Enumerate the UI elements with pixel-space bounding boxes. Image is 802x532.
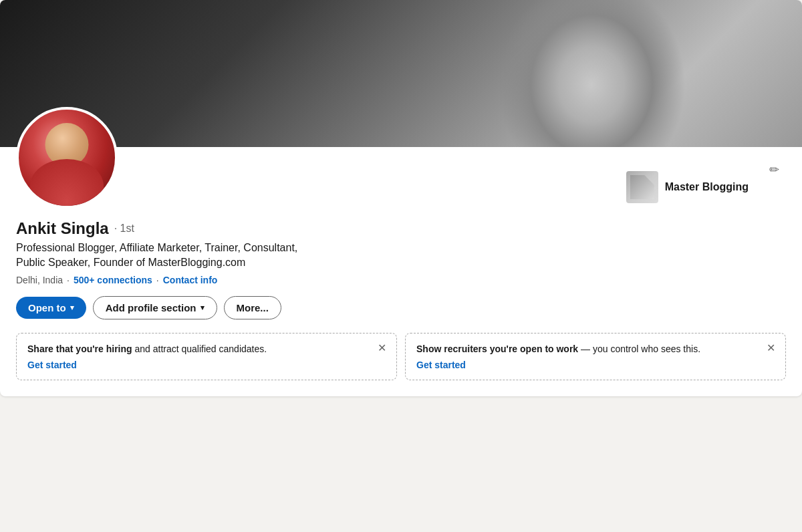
- banner-photo: [408, 0, 742, 147]
- company-name: Master Blogging: [665, 181, 749, 193]
- more-label: More...: [237, 302, 269, 313]
- add-profile-section-button[interactable]: Add profile section ▾: [93, 296, 217, 319]
- promo-open-to-work-text: Show recruiters you're open to work — yo…: [416, 343, 775, 356]
- close-open-to-work-promo-button[interactable]: ✕: [763, 340, 779, 356]
- contact-info-link[interactable]: Contact info: [163, 275, 218, 285]
- avatar: [16, 107, 118, 209]
- profile-location: Delhi, India · 500+ connections · Contac…: [16, 275, 786, 285]
- close-icon: ✕: [767, 342, 775, 354]
- open-to-work-get-started-link[interactable]: Get started: [416, 360, 775, 370]
- location-text: Delhi, India: [16, 275, 63, 285]
- promo-hiring-regular: and attract qualified candidates.: [132, 344, 267, 354]
- hiring-get-started-link[interactable]: Get started: [27, 360, 386, 370]
- banner: [0, 0, 802, 147]
- promo-cards: ✕ Share that you're hiring and attract q…: [16, 333, 786, 381]
- pencil-icon: ✏: [769, 162, 779, 177]
- more-button[interactable]: More...: [224, 296, 281, 319]
- profile-card: ✏ Master Blogging Ankit Singla · 1st Pro…: [0, 0, 802, 396]
- promo-open-to-work-bold: Show recruiters you're open to work: [416, 344, 578, 354]
- promo-open-to-work-regular: — you control who sees this.: [578, 344, 700, 354]
- company-logo: [626, 171, 658, 203]
- promo-hiring-text: Share that you're hiring and attract qua…: [27, 343, 386, 356]
- add-profile-section-label: Add profile section: [106, 302, 196, 313]
- connection-degree: · 1st: [114, 223, 134, 235]
- edit-profile-button[interactable]: ✏: [762, 158, 786, 182]
- profile-body: ✏ Master Blogging Ankit Singla · 1st Pro…: [0, 147, 802, 396]
- connections-link[interactable]: 500+ connections: [74, 275, 152, 285]
- open-to-button[interactable]: Open to ▾: [16, 297, 86, 319]
- profile-headline: Professional Blogger, Affiliate Marketer…: [16, 241, 430, 271]
- close-icon: ✕: [378, 342, 386, 354]
- profile-name: Ankit Singla: [16, 219, 109, 238]
- promo-hiring-bold: Share that you're hiring: [27, 344, 132, 354]
- chevron-down-icon: ▾: [70, 303, 74, 312]
- close-hiring-promo-button[interactable]: ✕: [374, 340, 390, 356]
- promo-card-open-to-work: ✕ Show recruiters you're open to work — …: [405, 333, 786, 381]
- promo-card-hiring: ✕ Share that you're hiring and attract q…: [16, 333, 397, 381]
- avatar-wrapper: [16, 107, 118, 209]
- company-badge[interactable]: Master Blogging: [626, 171, 749, 203]
- chevron-down-icon-add: ▾: [200, 303, 205, 312]
- open-to-label: Open to: [28, 302, 66, 313]
- actions-row: Open to ▾ Add profile section ▾ More...: [16, 296, 786, 319]
- profile-name-row: Ankit Singla · 1st: [16, 219, 786, 238]
